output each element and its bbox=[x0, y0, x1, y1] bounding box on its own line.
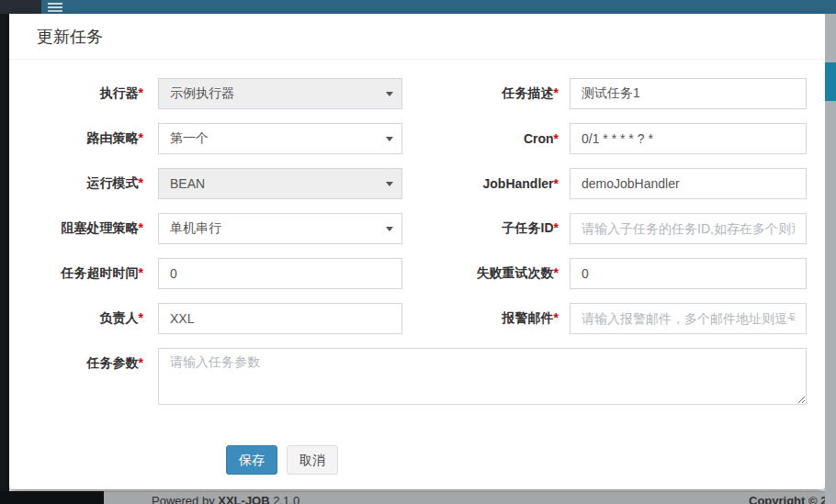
route-strategy-label: 路由策略 bbox=[37, 130, 158, 147]
top-navbar bbox=[0, 0, 836, 14]
job-param-textarea[interactable] bbox=[158, 348, 807, 405]
alarm-email-input[interactable] bbox=[570, 303, 807, 334]
hamburger-menu-icon[interactable] bbox=[48, 3, 62, 14]
caret-down-icon bbox=[386, 182, 393, 186]
block-strategy-select[interactable]: 单机串行 bbox=[158, 213, 402, 244]
fail-retry-label: 失败重试次数 bbox=[402, 265, 570, 282]
save-button[interactable]: 保存 bbox=[226, 445, 277, 475]
timeout-input[interactable] bbox=[158, 258, 402, 289]
required-asterisk bbox=[554, 85, 559, 100]
required-asterisk bbox=[139, 220, 143, 235]
job-param-label: 任务参数 bbox=[37, 348, 158, 372]
required-asterisk bbox=[554, 220, 559, 235]
sidebar-edge bbox=[0, 14, 9, 504]
author-label: 负责人 bbox=[37, 310, 158, 327]
modal-header: 更新任务 bbox=[9, 14, 825, 60]
caret-down-icon bbox=[386, 137, 393, 141]
required-asterisk bbox=[139, 175, 143, 190]
scrollbar-thumb[interactable] bbox=[825, 62, 836, 101]
author-input[interactable] bbox=[158, 303, 402, 334]
required-asterisk bbox=[554, 176, 559, 191]
update-job-modal: 更新任务 执行器 示例执行器 任务描述 路由策略 第一个 bbox=[9, 14, 825, 489]
block-strategy-label: 阻塞处理策略 bbox=[37, 220, 158, 237]
alarm-email-label: 报警邮件 bbox=[402, 310, 570, 327]
timeout-label: 任务超时时间 bbox=[37, 265, 158, 282]
scrollbar[interactable] bbox=[825, 14, 836, 504]
jobhandler-label: JobHandler bbox=[402, 176, 570, 191]
copyright-text: Copyright © 2 bbox=[749, 493, 827, 504]
sidebar-bottom bbox=[0, 491, 104, 504]
brand-text: XXL-JOB bbox=[218, 494, 269, 504]
required-asterisk bbox=[139, 130, 143, 145]
caret-down-icon bbox=[386, 227, 393, 231]
modal-title: 更新任务 bbox=[37, 26, 807, 48]
powered-by-text: Powered by XXL-JOB 2.1.0 bbox=[152, 493, 299, 504]
child-jobid-label: 子任务ID bbox=[402, 220, 570, 237]
required-asterisk bbox=[554, 131, 559, 146]
job-desc-input[interactable] bbox=[570, 78, 807, 109]
required-asterisk bbox=[139, 265, 143, 280]
glue-type-select[interactable]: BEAN bbox=[158, 168, 402, 199]
sidebar-logo-area bbox=[0, 0, 41, 14]
caret-down-icon bbox=[386, 92, 393, 96]
cancel-button[interactable]: 取消 bbox=[287, 445, 338, 475]
route-strategy-select[interactable]: 第一个 bbox=[158, 123, 402, 154]
executor-select[interactable]: 示例执行器 bbox=[158, 78, 402, 109]
required-asterisk bbox=[554, 265, 559, 280]
glue-type-label: 运行模式 bbox=[37, 175, 158, 192]
required-asterisk bbox=[554, 310, 559, 325]
required-asterisk bbox=[139, 85, 143, 100]
executor-label: 执行器 bbox=[37, 85, 158, 102]
required-asterisk bbox=[139, 355, 143, 370]
required-asterisk bbox=[139, 310, 143, 325]
job-desc-label: 任务描述 bbox=[402, 85, 570, 102]
child-jobid-input[interactable] bbox=[570, 213, 807, 244]
fail-retry-input[interactable] bbox=[570, 258, 807, 289]
jobhandler-input[interactable] bbox=[570, 168, 807, 199]
cron-label: Cron bbox=[402, 131, 570, 146]
modal-body: 执行器 示例执行器 任务描述 路由策略 第一个 Cron bbox=[9, 60, 825, 475]
cron-input[interactable] bbox=[570, 123, 807, 154]
page-footer: Powered by XXL-JOB 2.1.0 Copyright © 2 bbox=[104, 491, 836, 504]
